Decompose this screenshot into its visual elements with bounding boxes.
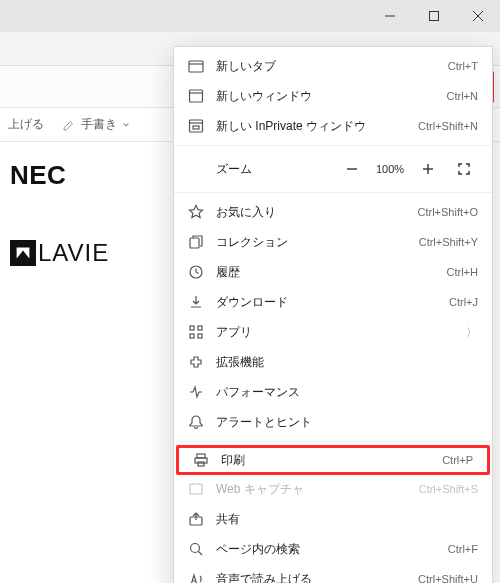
- svg-rect-23: [190, 238, 199, 248]
- menu-label: 共有: [216, 511, 478, 528]
- inprivate-icon: [188, 118, 204, 134]
- menu-separator: [174, 145, 492, 146]
- new-window-icon: [188, 88, 204, 104]
- read-aloud-label: 上げる: [8, 116, 44, 133]
- menu-label: パフォーマンス: [216, 384, 478, 401]
- menu-shortcut: Ctrl+Shift+Y: [419, 236, 478, 248]
- draw-button[interactable]: 手書き: [62, 116, 130, 133]
- svg-rect-19: [193, 126, 199, 129]
- menu-apps[interactable]: アプリ 〉: [174, 317, 492, 347]
- print-icon: [193, 452, 209, 468]
- apps-icon: [188, 324, 204, 340]
- menu-label: ページ内の検索: [216, 541, 436, 558]
- settings-menu: 新しいタブ Ctrl+T 新しいウィンドウ Ctrl+N 新しい InPriva…: [173, 46, 493, 583]
- zoom-out-button[interactable]: [338, 155, 366, 183]
- zoom-label: ズーム: [188, 161, 330, 178]
- chevron-right-icon: 〉: [466, 325, 478, 340]
- menu-label: お気に入り: [216, 204, 405, 221]
- menu-alerts[interactable]: アラートとヒント: [174, 407, 492, 437]
- lavie-mark-icon: [10, 240, 36, 266]
- svg-point-34: [191, 544, 200, 553]
- read-aloud-icon: [188, 571, 204, 583]
- page-content: NEC LAVIE: [10, 160, 109, 267]
- menu-web-capture[interactable]: Web キャプチャ Ctrl+Shift+S: [174, 474, 492, 504]
- share-icon: [188, 511, 204, 527]
- menu-shortcut: Ctrl+F: [448, 543, 478, 555]
- download-icon: [188, 294, 204, 310]
- performance-icon: [188, 384, 204, 400]
- menu-label: コレクション: [216, 234, 407, 251]
- menu-label: 印刷: [221, 452, 430, 469]
- menu-separator: [174, 192, 492, 193]
- menu-shortcut: Ctrl+T: [448, 60, 478, 72]
- menu-label: Web キャプチャ: [216, 481, 407, 498]
- window-titlebar: [0, 0, 500, 32]
- history-icon: [188, 264, 204, 280]
- web-capture-icon: [188, 481, 204, 497]
- menu-history[interactable]: 履歴 Ctrl+H: [174, 257, 492, 287]
- menu-shortcut: Ctrl+P: [442, 454, 473, 466]
- menu-find[interactable]: ページ内の検索 Ctrl+F: [174, 534, 492, 564]
- svg-rect-32: [190, 484, 202, 494]
- fullscreen-button[interactable]: [450, 155, 478, 183]
- menu-collections[interactable]: コレクション Ctrl+Shift+Y: [174, 227, 492, 257]
- zoom-value: 100%: [374, 163, 406, 175]
- menu-label: ダウンロード: [216, 294, 437, 311]
- menu-shortcut: Ctrl+J: [449, 296, 478, 308]
- menu-shortcut: Ctrl+Shift+O: [417, 206, 478, 218]
- zoom-in-button[interactable]: [414, 155, 442, 183]
- menu-print[interactable]: 印刷 Ctrl+P: [176, 445, 490, 475]
- window-close-button[interactable]: [456, 0, 500, 32]
- menu-label: 拡張機能: [216, 354, 478, 371]
- svg-rect-13: [189, 61, 203, 72]
- menu-zoom: ズーム 100%: [174, 150, 492, 188]
- menu-new-inprivate[interactable]: 新しい InPrivate ウィンドウ Ctrl+Shift+N: [174, 111, 492, 141]
- menu-shortcut: Ctrl+N: [447, 90, 478, 102]
- menu-new-window[interactable]: 新しいウィンドウ Ctrl+N: [174, 81, 492, 111]
- menu-downloads[interactable]: ダウンロード Ctrl+J: [174, 287, 492, 317]
- menu-label: アプリ: [216, 324, 454, 341]
- svg-rect-26: [198, 326, 202, 330]
- svg-rect-1: [430, 12, 439, 21]
- svg-line-35: [199, 552, 203, 556]
- menu-performance[interactable]: パフォーマンス: [174, 377, 492, 407]
- window-minimize-button[interactable]: [368, 0, 412, 32]
- menu-shortcut: Ctrl+H: [447, 266, 478, 278]
- window-maximize-button[interactable]: [412, 0, 456, 32]
- menu-label: 新しいタブ: [216, 58, 436, 75]
- collections-icon: [188, 234, 204, 250]
- menu-label: 新しい InPrivate ウィンドウ: [216, 118, 406, 135]
- svg-rect-27: [190, 334, 194, 338]
- menu-shortcut: Ctrl+Shift+N: [418, 120, 478, 132]
- menu-favorites[interactable]: お気に入り Ctrl+Shift+O: [174, 197, 492, 227]
- svg-rect-25: [190, 326, 194, 330]
- menu-label: 履歴: [216, 264, 435, 281]
- nec-logo: NEC: [10, 160, 109, 191]
- lavie-text: LAVIE: [38, 239, 109, 267]
- menu-shortcut: Ctrl+Shift+U: [418, 573, 478, 583]
- menu-separator: [174, 441, 492, 442]
- svg-rect-28: [198, 334, 202, 338]
- new-tab-icon: [188, 58, 204, 74]
- search-icon: [188, 541, 204, 557]
- menu-label: 新しいウィンドウ: [216, 88, 435, 105]
- menu-label: アラートとヒント: [216, 414, 478, 431]
- extensions-icon: [188, 354, 204, 370]
- svg-rect-29: [197, 454, 205, 458]
- menu-new-tab[interactable]: 新しいタブ Ctrl+T: [174, 51, 492, 81]
- menu-label: 音声で読み上げる: [216, 571, 406, 584]
- svg-rect-15: [190, 90, 203, 102]
- menu-shortcut: Ctrl+Shift+S: [419, 483, 478, 495]
- lavie-logo: LAVIE: [10, 239, 109, 267]
- bell-icon: [188, 414, 204, 430]
- menu-share[interactable]: 共有: [174, 504, 492, 534]
- menu-extensions[interactable]: 拡張機能: [174, 347, 492, 377]
- menu-read-aloud[interactable]: 音声で読み上げる Ctrl+Shift+U: [174, 564, 492, 583]
- star-icon: [188, 204, 204, 220]
